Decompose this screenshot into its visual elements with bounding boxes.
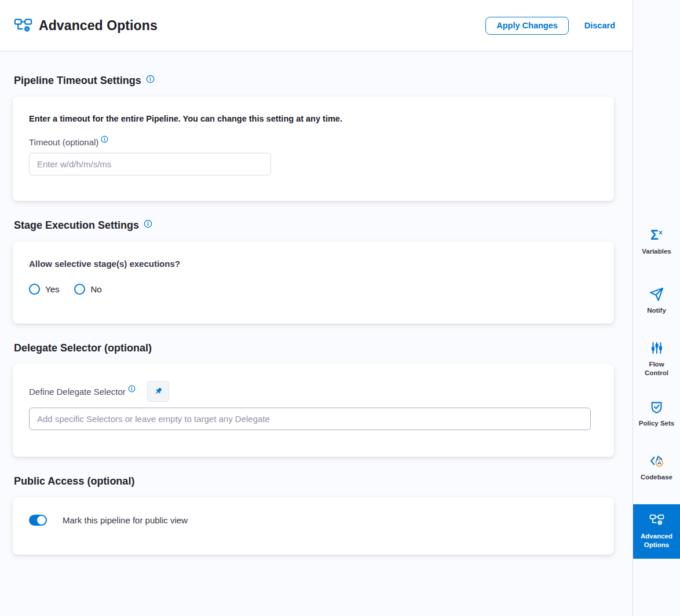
sidebar-item-variables[interactable]: Σ× Variables [633, 228, 680, 256]
settings-content: Pipeline Timeout Settings Enter a timeou… [0, 52, 633, 555]
info-icon[interactable] [101, 135, 108, 143]
public-view-toggle-label: Mark this pipeline for public view [63, 515, 188, 525]
sigma-x-icon: Σ× [649, 228, 664, 243]
public-view-toggle-row: Mark this pipeline for public view [29, 515, 598, 526]
timeout-section-heading: Pipeline Timeout Settings [14, 74, 614, 87]
pipeline-tools-sidebar: Σ× Variables Notify [633, 0, 680, 616]
pushpin-icon [152, 386, 164, 398]
public-access-card: Mark this pipeline for public view [13, 497, 614, 555]
timeout-description: Enter a timeout for the entire Pipeline.… [29, 114, 598, 123]
code-warning-icon [649, 453, 664, 468]
timeout-card: Enter a timeout for the entire Pipeline.… [13, 97, 614, 201]
radio-option-yes[interactable]: Yes [29, 284, 59, 295]
discard-button[interactable]: Discard [584, 21, 615, 30]
page-header: Advanced Options Apply Changes Discard [0, 0, 633, 52]
page-title: Advanced Options [39, 18, 158, 34]
pipeline-gear-icon [649, 512, 664, 527]
advanced-options-page: Advanced Options Apply Changes Discard P… [0, 0, 680, 616]
paper-plane-icon [649, 287, 664, 302]
sidebar-item-advanced-options[interactable]: Advanced Options [633, 504, 680, 559]
info-icon[interactable] [128, 385, 136, 393]
shield-check-icon [649, 399, 664, 415]
delegate-selector-section-heading: Delegate Selector (optional) [14, 342, 614, 354]
pin-button[interactable] [147, 381, 169, 402]
toggle-knob [37, 516, 46, 525]
public-access-section-heading: Public Access (optional) [14, 475, 614, 487]
sidebar-item-codebase[interactable]: Codebase [633, 453, 680, 482]
radio-icon[interactable] [74, 284, 85, 295]
delegate-selector-input[interactable] [29, 408, 591, 430]
radio-icon[interactable] [29, 284, 40, 295]
pipeline-gear-icon [14, 17, 32, 34]
selective-stages-question: Allow selective stage(s) executions? [29, 259, 598, 269]
apply-changes-button[interactable]: Apply Changes [485, 17, 569, 35]
sidebar-item-notify[interactable]: Notify [633, 287, 680, 315]
public-view-toggle[interactable] [29, 515, 47, 526]
radio-option-no[interactable]: No [74, 284, 101, 295]
timeout-input[interactable] [29, 153, 271, 175]
stage-execution-card: Allow selective stage(s) executions? Yes… [13, 241, 614, 324]
selective-stages-radio-group: Yes No [29, 284, 598, 295]
delegate-field-label: Define Delegate Selector [29, 387, 136, 397]
info-icon[interactable] [146, 75, 155, 83]
timeout-field-label: Timeout (optional) [29, 137, 598, 147]
info-icon[interactable] [144, 219, 152, 228]
sliders-icon [649, 340, 664, 355]
sidebar-item-flow-control[interactable]: Flow Control [633, 340, 680, 377]
main-panel: Advanced Options Apply Changes Discard P… [0, 0, 633, 616]
delegate-selector-card: Define Delegate Selector [13, 364, 614, 457]
delegate-label-row: Define Delegate Selector [29, 381, 592, 402]
stage-execution-section-heading: Stage Execution Settings [14, 219, 614, 232]
sidebar-item-policy-sets[interactable]: Policy Sets [633, 399, 680, 428]
